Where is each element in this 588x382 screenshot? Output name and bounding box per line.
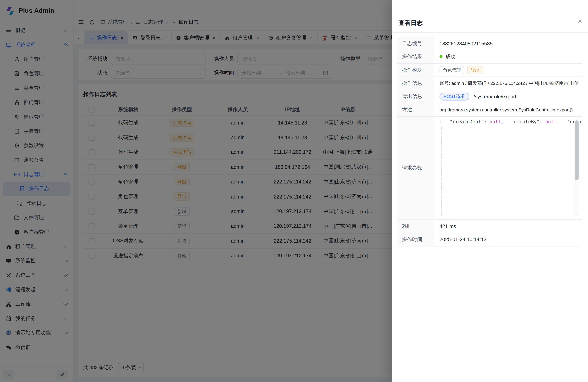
close-icon[interactable]: × <box>578 18 582 25</box>
detail-row-request: 请求信息 POST请求 /system/role/export <box>397 90 582 103</box>
json-lines: createDept: null, createBy: null, create… <box>445 119 582 124</box>
log-id-value: 1882612840802115585 <box>434 37 582 50</box>
log-detail-table: 日志编号 1882612840802115585 操作结果 成功 操作模块 角色… <box>397 37 582 246</box>
json-line: createBy: null, <box>507 119 560 124</box>
operation-type-badge: 导出 <box>467 66 483 74</box>
operation-info-value: 账号: admin / 研发部门 / 222.175.114.242 / 中国|… <box>434 77 582 90</box>
view-log-drawer: 查看日志 × 日志编号 1882612840802115585 操作结果 成功 … <box>392 0 588 382</box>
json-line: createDept: null, <box>445 119 504 124</box>
module-badge: 角色管理 <box>440 66 464 74</box>
drawer-header: 查看日志 × <box>392 0 588 33</box>
detail-row-info: 操作信息 账号: admin / 研发部门 / 222.175.114.242 … <box>397 77 582 90</box>
operation-time-value: 2025-01-24 10:14:13 <box>434 233 582 246</box>
detail-row-result: 操作结果 成功 <box>397 50 582 64</box>
http-method-badge: POST请求 <box>440 93 469 101</box>
scrollbar-thumb[interactable] <box>575 120 578 180</box>
detail-row-module: 操作模块 角色管理 导出 <box>397 64 582 77</box>
scrollbar-track[interactable] <box>574 119 579 216</box>
app-root: Plus Admin 概览 系统管理 用户管理 角色管理 菜单管理 <box>0 0 588 382</box>
detail-row-cost: 耗时 421 ms <box>397 220 582 233</box>
method-value: org.dromara.system.controller.system.Sys… <box>434 103 582 116</box>
cost-value: 421 ms <box>434 220 582 233</box>
drawer-title: 查看日志 <box>399 19 423 27</box>
success-dot-icon <box>440 55 442 58</box>
indent-guide <box>441 126 442 216</box>
detail-row-params: 请求参数 { createDept: null, createBy: null, <box>397 117 582 220</box>
request-path-value: /system/role/export <box>474 94 516 99</box>
detail-row-method: 方法 org.dromara.system.controller.system.… <box>397 103 582 116</box>
json-open-brace: { <box>440 119 442 124</box>
detail-row-log-id: 日志编号 1882612840802115585 <box>397 37 582 50</box>
result-value: 成功 <box>446 53 456 60</box>
detail-row-time: 操作时间 2025-01-24 10:14:13 <box>397 233 582 246</box>
request-params-code[interactable]: { createDept: null, createBy: null, crea… <box>434 117 582 220</box>
